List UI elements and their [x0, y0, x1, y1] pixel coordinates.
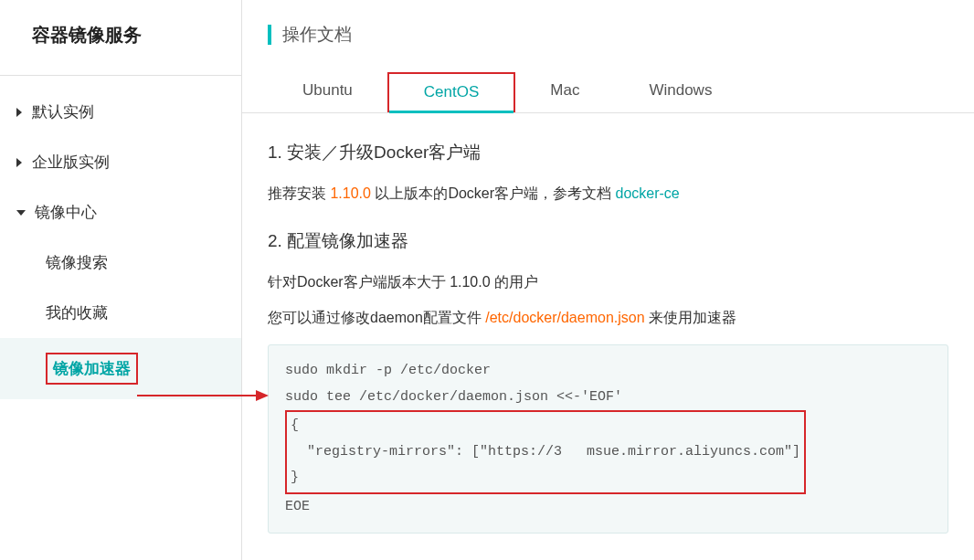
code-line: "registry-mirrors": ["https://3 msue.mir…	[291, 444, 800, 460]
version-text: 1.10.0	[330, 185, 370, 201]
nav-item-default-instance[interactable]: 默认实例	[0, 87, 241, 137]
tab-ubuntu[interactable]: Ubuntu	[268, 72, 387, 112]
sidebar-divider	[0, 75, 241, 76]
highlight-box: 镜像加速器	[46, 353, 138, 385]
nav-item-enterprise-instance[interactable]: 企业版实例	[0, 137, 241, 187]
text: 来使用加速器	[645, 310, 736, 325]
code-line: EOE	[285, 499, 310, 514]
content-area: 1. 安装／升级Docker客户端 推荐安装 1.10.0 以上版本的Docke…	[242, 113, 974, 534]
tab-mac[interactable]: Mac	[515, 72, 614, 112]
nav-label: 默认实例	[32, 101, 94, 122]
doc-header-bar	[268, 25, 271, 45]
doc-header: 操作文档	[242, 23, 974, 47]
code-line: }	[291, 470, 299, 485]
text: 以上版本的Docker客户端，参考文档	[371, 185, 616, 201]
doc-header-title: 操作文档	[282, 23, 352, 47]
code-highlight-box: { "registry-mirrors": ["https://3 msue.m…	[285, 410, 806, 494]
triangle-down-icon	[16, 210, 26, 216]
docker-ce-link[interactable]: docker-ce	[616, 185, 680, 201]
config-path: /etc/docker/daemon.json	[485, 310, 644, 325]
sidebar-item-my-favorites[interactable]: 我的收藏	[0, 288, 241, 338]
nav-item-mirror-center[interactable]: 镜像中心	[0, 187, 241, 238]
sidebar-item-mirror-search[interactable]: 镜像搜索	[0, 238, 241, 288]
section2-line2: 您可以通过修改daemon配置文件 /etc/docker/daemon.jso…	[268, 309, 948, 328]
tab-centos[interactable]: CentOS	[387, 72, 515, 112]
nav-label: 镜像中心	[35, 202, 97, 223]
triangle-right-icon	[16, 108, 22, 117]
section1-title: 1. 安装／升级Docker客户端	[268, 141, 948, 164]
code-block: sudo mkdir -p /etc/docker sudo tee /etc/…	[268, 344, 948, 534]
tab-windows[interactable]: Windows	[614, 72, 746, 112]
sidebar-item-mirror-accelerator[interactable]: 镜像加速器	[0, 338, 241, 399]
code-line: sudo tee /etc/docker/daemon.json <<-'EOF…	[285, 389, 622, 405]
text: 您可以通过修改daemon配置文件	[268, 310, 485, 325]
text: 推荐安装	[268, 185, 330, 201]
code-line: {	[291, 417, 299, 433]
sidebar-title: 容器镜像服务	[0, 23, 241, 75]
section2-line1: 针对Docker客户端版本大于 1.10.0 的用户	[268, 273, 948, 292]
sidebar: 容器镜像服务 默认实例 企业版实例 镜像中心 镜像搜索 我的收藏 镜像加速器	[0, 0, 242, 560]
code-line: sudo mkdir -p /etc/docker	[285, 363, 491, 378]
section1-text: 推荐安装 1.10.0 以上版本的Docker客户端，参考文档 docker-c…	[268, 185, 948, 204]
nav-label: 企业版实例	[32, 152, 110, 173]
triangle-right-icon	[16, 158, 22, 167]
section2-title: 2. 配置镜像加速器	[268, 229, 948, 253]
tabs-bar: Ubuntu CentOS Mac Windows	[242, 72, 974, 113]
main-content: 操作文档 Ubuntu CentOS Mac Windows 1. 安装／升级D…	[242, 0, 974, 560]
